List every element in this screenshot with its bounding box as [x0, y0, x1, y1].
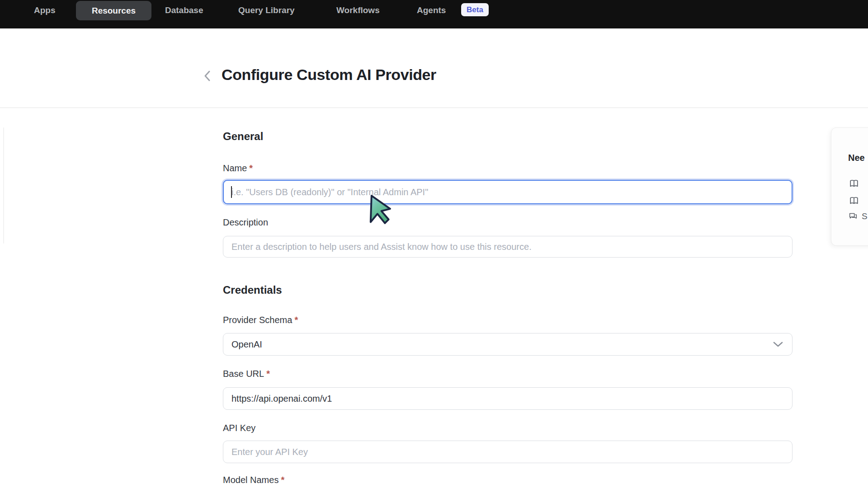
nav-tab-workflows[interactable]: Workflows: [336, 0, 380, 20]
name-input[interactable]: [223, 180, 793, 204]
required-asterisk: *: [294, 315, 298, 325]
name-field-label: Name*: [223, 163, 253, 174]
required-asterisk: *: [281, 475, 284, 485]
provider-schema-select[interactable]: OpenAI: [223, 333, 793, 356]
required-asterisk: *: [249, 163, 253, 173]
nav-tab-query-library[interactable]: Query Library: [238, 0, 295, 20]
api-key-label: API Key: [223, 423, 255, 433]
required-asterisk: *: [266, 369, 270, 379]
nav-tab-resources-label: Resources: [92, 6, 136, 16]
top-nav: Apps Resources Database Query Library Wo…: [0, 0, 868, 28]
nav-tab-agents[interactable]: Agents: [417, 0, 446, 20]
description-input[interactable]: [223, 236, 793, 258]
nav-tab-apps[interactable]: Apps: [34, 0, 56, 20]
page-title: Configure Custom AI Provider: [222, 66, 436, 84]
nav-tab-resources[interactable]: Resources: [76, 1, 151, 20]
help-link-support-label: S: [862, 211, 868, 221]
back-button[interactable]: [201, 67, 214, 85]
help-panel-title: Nee: [848, 153, 865, 163]
provider-schema-label: Provider Schema*: [223, 315, 298, 325]
base-url-label: Base URL*: [223, 369, 270, 379]
chevron-left-icon: [203, 69, 212, 83]
base-url-input[interactable]: [223, 387, 793, 410]
provider-schema-value: OpenAI: [231, 339, 262, 350]
header-divider: [0, 108, 868, 108]
text-caret: [231, 186, 232, 198]
general-section-heading: General: [223, 130, 263, 143]
description-field-label: Description: [223, 217, 268, 228]
nav-tab-database[interactable]: Database: [165, 0, 203, 20]
app-window: Apps Resources Database Query Library Wo…: [0, 0, 868, 488]
book-icon: [848, 195, 860, 206]
left-card-edge: [3, 127, 4, 244]
help-link-docs-2[interactable]: [848, 195, 860, 206]
api-key-input[interactable]: [223, 441, 793, 463]
credentials-section-heading: Credentials: [223, 284, 282, 296]
model-names-label: Model Names*: [223, 475, 284, 485]
book-icon: [848, 178, 860, 189]
chat-bubbles-icon: [848, 211, 858, 221]
beta-badge: Beta: [461, 3, 489, 16]
help-link-docs-1[interactable]: [848, 178, 860, 189]
chevron-down-icon: [772, 341, 784, 348]
help-link-support[interactable]: S: [848, 211, 868, 221]
